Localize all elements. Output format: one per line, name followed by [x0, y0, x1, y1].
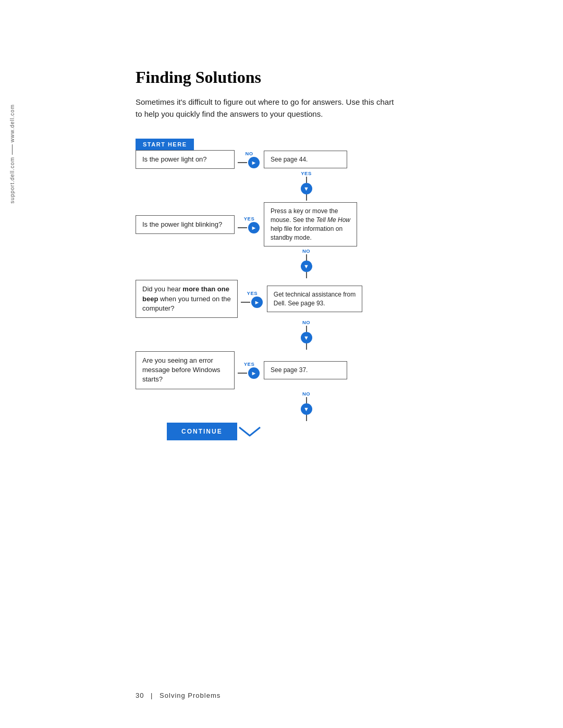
q4-line3: starts?: [142, 375, 163, 383]
q2-v-line-top: [306, 254, 307, 261]
q1-no-arrow: ►: [248, 157, 260, 168]
main-content: Finding Solutions Sometimes it's difficu…: [136, 68, 532, 440]
q3-line2b: when you turned on the: [158, 295, 231, 303]
q4-v-line-top: [306, 397, 307, 403]
q3-beep: beep: [142, 295, 158, 303]
q4-v-line-bot: [306, 415, 307, 421]
q4-yes-answer-box: See page 37.: [264, 361, 347, 379]
q1-no-answer-text: See page 44.: [271, 156, 308, 163]
q3-v-line-top: [306, 326, 307, 332]
q4-line1: Are you seeing an error: [142, 356, 213, 364]
question-4-box: Are you seeing an error message before W…: [136, 351, 235, 389]
question-2-box: Is the power light blinking?: [136, 215, 235, 234]
q1-no-label: NO: [245, 151, 253, 156]
flowchart: START HERE Is the power light on? NO ► S…: [136, 139, 427, 440]
question-3-box: Did you hear more than one beep when you…: [136, 280, 238, 318]
q2-no-arrow-down: ▼: [301, 261, 312, 272]
sidebar-url2: support.dell.com: [9, 157, 15, 203]
q2-v-line-bot: [306, 272, 307, 278]
q4-yes-answer-text: See page 37.: [271, 366, 308, 374]
q2-yes-answer-italic: Tell Me How: [316, 216, 350, 224]
q2-yes-answer-line2: mouse. See the: [271, 216, 316, 224]
q3-text-pre: Did you hear: [142, 285, 182, 293]
q2-yes-answer-line3: help file for information on: [271, 225, 342, 232]
q3-no-label: NO: [302, 319, 310, 325]
q2-yes-label: YES: [244, 216, 255, 221]
footer: 30 | Solving Problems: [136, 692, 221, 699]
subtitle: Sometimes it's difficult to figure out w…: [136, 96, 532, 120]
q4-line2: message before Windows: [142, 366, 221, 374]
footer-page-number: 30: [136, 692, 144, 699]
q3-yes-arrow: ►: [251, 297, 263, 308]
subtitle-line2: to help you quickly find the answers to …: [136, 109, 323, 118]
continue-right-arrow-icon: [238, 423, 261, 440]
q2-no-label: NO: [302, 248, 310, 254]
sidebar-divider: [12, 144, 13, 155]
q1-yes-arrow-down: ▼: [301, 183, 312, 194]
q3-bold: more than one: [182, 285, 229, 293]
footer-text: Solving Problems: [160, 692, 221, 699]
q4-yes-label: YES: [244, 361, 255, 367]
start-here-label: START HERE: [136, 139, 194, 150]
continue-button[interactable]: CONTINUE: [167, 423, 237, 440]
subtitle-line1: Sometimes it's difficult to figure out w…: [136, 97, 394, 106]
q3-no-arrow-down: ▼: [301, 332, 312, 343]
q4-yes-arrow: ►: [248, 367, 260, 379]
q4-no-label: NO: [302, 391, 310, 397]
question-2-text: Is the power light blinking?: [142, 220, 222, 228]
question-1-box: Is the power light on?: [136, 150, 235, 169]
q3-yes-answer-box: Get technical assistance from Dell. See …: [267, 286, 362, 313]
q2-yes-arrow: ►: [248, 222, 260, 233]
q2-yes-answer-line4: standby mode.: [271, 234, 312, 241]
q1-yes-down: YES ▼: [136, 170, 427, 201]
q3-v-line-bot: [306, 343, 307, 350]
q4-no-arrow-down: ▼: [301, 403, 312, 415]
continue-label: CONTINUE: [181, 428, 223, 435]
sidebar-url1: www.dell.com: [9, 104, 15, 142]
q3-line3: computer?: [142, 304, 174, 312]
page: www.dell.com support.dell.com Finding So…: [0, 0, 563, 728]
q1-v-line-bot: [306, 194, 307, 201]
page-title: Finding Solutions: [136, 68, 532, 87]
footer-pipe: |: [151, 692, 153, 699]
q1-no-answer-box: See page 44.: [264, 151, 347, 169]
q4-no-down: NO ▼: [136, 391, 427, 421]
q3-yes-answer-line2: Dell. See page 93.: [274, 300, 325, 307]
q1-v-line-top: [306, 177, 307, 183]
q2-yes-answer-line1: Press a key or move the: [271, 207, 338, 215]
q1-yes-label: YES: [301, 170, 312, 176]
q3-yes-answer-line1: Get technical assistance from: [274, 291, 356, 298]
q3-yes-label: YES: [247, 290, 258, 296]
start-here-box: START HERE: [136, 139, 427, 150]
question-1-text: Is the power light on?: [142, 155, 207, 163]
q3-no-down: NO ▼: [136, 319, 427, 350]
q2-no-down: NO ▼: [136, 248, 427, 278]
sidebar: www.dell.com support.dell.com: [9, 104, 15, 204]
q2-yes-answer-box: Press a key or move the mouse. See the T…: [264, 202, 357, 246]
